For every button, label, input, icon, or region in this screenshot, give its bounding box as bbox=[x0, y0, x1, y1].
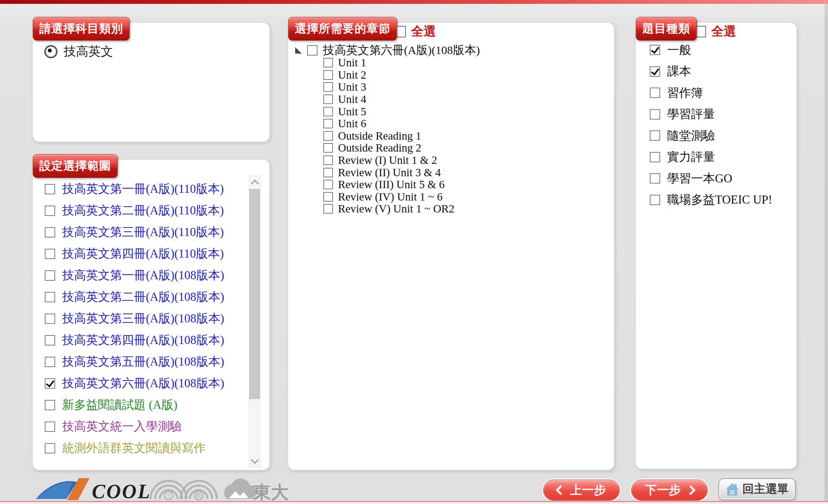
chapter-row[interactable]: Outside Reading 2 bbox=[323, 142, 455, 154]
chapter-row[interactable]: Review (IV) Unit 1 ~ 6 bbox=[323, 191, 455, 203]
range-checkbox[interactable] bbox=[45, 292, 55, 302]
tree-root-checkbox[interactable] bbox=[307, 45, 318, 56]
chapter-checkbox[interactable] bbox=[323, 192, 333, 202]
range-row[interactable]: 技高英文第一冊(A版)(110版本) bbox=[45, 178, 238, 200]
range-checkbox[interactable] bbox=[45, 206, 55, 216]
chapter-checkbox[interactable] bbox=[323, 70, 333, 80]
chapter-checkbox[interactable] bbox=[323, 82, 333, 92]
range-label: 技高英文第五冊(A版)(108版本) bbox=[62, 354, 224, 370]
range-row[interactable]: 技高英文第三冊(A版)(110版本) bbox=[45, 221, 238, 243]
range-row[interactable]: 技高英文第四冊(A版)(110版本) bbox=[45, 243, 238, 265]
type-row[interactable]: 學習評量 bbox=[650, 104, 772, 125]
chapter-checkbox[interactable] bbox=[323, 119, 333, 128]
range-checkbox[interactable] bbox=[45, 335, 55, 346]
range-checkbox[interactable] bbox=[45, 421, 55, 432]
chapter-checkbox[interactable] bbox=[323, 155, 333, 165]
type-row[interactable]: 一般 bbox=[650, 39, 772, 61]
scroll-thumb[interactable] bbox=[249, 189, 260, 399]
chapter-label: Unit 5 bbox=[338, 105, 366, 118]
chapter-row[interactable]: Outside Reading 1 bbox=[323, 130, 455, 142]
type-checkbox[interactable] bbox=[650, 195, 660, 205]
scroll-down-button[interactable] bbox=[249, 454, 260, 467]
chapter-row[interactable]: Unit 5 bbox=[323, 105, 455, 118]
subject-radio[interactable] bbox=[44, 45, 57, 58]
range-row[interactable]: 技高英文第二冊(A版)(110版本) bbox=[45, 200, 238, 221]
chapter-checkbox[interactable] bbox=[323, 131, 333, 141]
sanmin-char-left: 三 bbox=[166, 492, 172, 499]
range-scrollbar[interactable] bbox=[249, 175, 260, 468]
chapter-checkbox[interactable] bbox=[323, 204, 333, 214]
range-row[interactable]: 技高英文統一入學測驗 bbox=[45, 416, 238, 437]
range-row[interactable]: 技高英文第四冊(A版)(108版本) bbox=[45, 329, 238, 351]
type-row[interactable]: 習作簿 bbox=[650, 82, 772, 104]
range-list: 技高英文第一冊(A版)(110版本) 技高英文第二冊(A版)(110版本) 技高… bbox=[45, 178, 238, 459]
type-row[interactable]: 實力評量 bbox=[650, 147, 772, 168]
chapter-row[interactable]: Unit 2 bbox=[323, 69, 455, 81]
scroll-up-button[interactable] bbox=[249, 176, 260, 189]
chapter-checkbox[interactable] bbox=[323, 58, 333, 67]
chapter-row[interactable]: Unit 6 bbox=[323, 118, 455, 130]
chapter-checkbox[interactable] bbox=[323, 168, 333, 177]
home-button[interactable]: 回主選單 bbox=[718, 478, 796, 500]
range-row[interactable]: 技高英文第二冊(A版)(108版本) bbox=[45, 286, 238, 308]
range-label: 技高英文第六冊(A版)(108版本) bbox=[62, 375, 224, 391]
chapter-row[interactable]: Review (III) Unit 5 & 6 bbox=[323, 179, 455, 191]
chapter-checkbox[interactable] bbox=[323, 94, 333, 104]
next-button[interactable]: 下一步 bbox=[631, 480, 708, 501]
range-checkbox[interactable] bbox=[45, 443, 55, 453]
chapter-checkbox[interactable] bbox=[323, 107, 333, 116]
chapters-select-all[interactable]: 全選 bbox=[394, 23, 436, 40]
range-row[interactable]: 技高英文第六冊(A版)(108版本) bbox=[45, 373, 238, 394]
range-checkbox[interactable] bbox=[45, 400, 55, 410]
range-label: 技高英文第二冊(A版)(108版本) bbox=[62, 289, 224, 305]
subject-option-row[interactable]: 技高英文 bbox=[44, 43, 113, 60]
types-select-all-label[interactable]: 全選 bbox=[711, 23, 736, 40]
type-row[interactable]: 職場多益TOEIC UP! bbox=[650, 189, 772, 211]
range-label: 技高英文第一冊(A版)(108版本) bbox=[62, 267, 224, 283]
range-checkbox[interactable] bbox=[45, 227, 55, 238]
type-checkbox[interactable] bbox=[650, 152, 660, 162]
chapters-select-all-label[interactable]: 全選 bbox=[411, 23, 436, 40]
chapter-tree-root[interactable]: 技高英文第六冊(A版)(108版本) bbox=[295, 42, 480, 58]
chapter-checkbox[interactable] bbox=[323, 180, 333, 189]
subject-label: 技高英文 bbox=[64, 43, 113, 60]
type-checkbox[interactable] bbox=[650, 88, 660, 98]
type-checkbox[interactable] bbox=[650, 130, 660, 141]
chapter-row[interactable]: Unit 4 bbox=[323, 93, 455, 106]
chapter-row[interactable]: Review (II) Unit 3 & 4 bbox=[323, 166, 455, 179]
chapter-row[interactable]: Review (V) Unit 1 ~ OR2 bbox=[323, 203, 455, 215]
range-row[interactable]: 技高英文第一冊(A版)(108版本) bbox=[45, 265, 238, 286]
cool-swoosh-highlight bbox=[36, 482, 73, 499]
range-label: 統測外語群英文閱讀與寫作 bbox=[62, 440, 206, 456]
prev-button[interactable]: 上一步 bbox=[543, 480, 620, 501]
type-row[interactable]: 學習一本GO bbox=[650, 168, 772, 189]
type-row[interactable]: 隨堂測驗 bbox=[650, 125, 772, 147]
chapter-checkbox[interactable] bbox=[323, 143, 333, 153]
type-row[interactable]: 課本 bbox=[650, 61, 772, 83]
range-checkbox[interactable] bbox=[45, 184, 55, 194]
chapter-row[interactable]: Unit 1 bbox=[323, 57, 455, 69]
chapter-row[interactable]: Unit 3 bbox=[323, 81, 455, 93]
sanmin-logo: 三 民 bbox=[150, 481, 217, 500]
range-checkbox[interactable] bbox=[45, 249, 55, 259]
range-row[interactable]: 新多益閱讀試題 (A版) bbox=[45, 394, 238, 416]
range-checkbox[interactable] bbox=[45, 314, 55, 324]
types-select-all[interactable]: 全選 bbox=[695, 23, 736, 40]
range-checkbox[interactable] bbox=[45, 357, 55, 367]
type-checkbox[interactable] bbox=[650, 45, 660, 55]
range-row[interactable]: 技高英文第五冊(A版)(108版本) bbox=[45, 351, 238, 373]
range-checkbox[interactable] bbox=[45, 378, 55, 389]
chapter-label: Review (IV) Unit 1 ~ 6 bbox=[338, 190, 443, 203]
cool-logo-text: COOL bbox=[92, 480, 151, 502]
chapter-row[interactable]: Review (I) Unit 1 & 2 bbox=[323, 154, 455, 167]
range-row[interactable]: 技高英文第三冊(A版)(108版本) bbox=[45, 308, 238, 329]
range-checkbox[interactable] bbox=[45, 270, 55, 281]
type-checkbox[interactable] bbox=[650, 66, 660, 77]
range-row[interactable]: 統測外語群英文閱讀與寫作 bbox=[45, 437, 238, 459]
type-checkbox[interactable] bbox=[650, 109, 660, 120]
type-checkbox[interactable] bbox=[650, 173, 660, 184]
chevron-left-icon bbox=[556, 485, 565, 495]
tree-expander-icon[interactable] bbox=[295, 47, 302, 54]
range-label: 技高英文第三冊(A版)(108版本) bbox=[62, 310, 224, 327]
chapter-label: Unit 6 bbox=[338, 117, 366, 130]
